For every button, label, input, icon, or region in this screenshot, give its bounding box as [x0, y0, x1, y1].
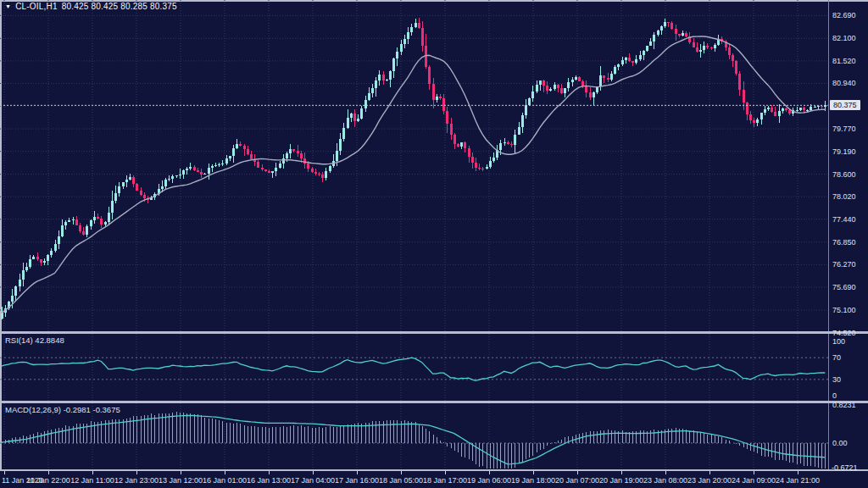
candle-body: [93, 217, 96, 221]
candle-body: [82, 231, 85, 235]
candle-body: [108, 213, 110, 223]
candle-body: [221, 164, 224, 164]
trading-terminal-chart-window: ▼ CL-OIL,H1 80.425 80.425 80.285 80.375 …: [0, 0, 868, 488]
candle-body: [492, 158, 495, 162]
rsi-axis-label: 100: [832, 337, 845, 346]
candle-body: [760, 113, 763, 119]
main-price-pane[interactable]: [0, 0, 868, 331]
candle-body: [114, 193, 117, 201]
candle-body: [250, 154, 253, 159]
candle-body: [378, 75, 381, 80]
candle-body: [593, 92, 595, 97]
candle-body: [782, 108, 784, 110]
candle-body: [499, 143, 502, 150]
candle-body: [47, 255, 49, 261]
candle-body: [268, 171, 270, 173]
candle-body: [728, 47, 731, 56]
candle-body: [521, 115, 524, 126]
rsi-axis-label: 30: [832, 375, 841, 384]
time-axis-label: 11 Jan 22:00: [26, 476, 70, 485]
macd-axis-label: 0.00: [832, 439, 848, 447]
candle-body: [803, 108, 805, 110]
candle-body: [257, 162, 259, 168]
candle-body: [197, 170, 199, 172]
time-axis-label: 16 Jan 13:00: [247, 476, 291, 485]
candle-body: [428, 67, 431, 85]
candle-body: [621, 60, 624, 64]
candle-body: [764, 109, 766, 113]
candle-body: [571, 80, 574, 82]
candle-body: [300, 153, 303, 158]
candle-body: [767, 108, 770, 109]
candle-body: [36, 257, 39, 259]
candle-body: [111, 201, 114, 213]
moving-average-line: [2, 36, 826, 313]
candle-body: [743, 90, 745, 102]
candle-body: [347, 118, 349, 129]
candle-body: [40, 259, 42, 263]
candle-body: [229, 156, 231, 158]
candle-body: [239, 144, 242, 147]
candle-body: [14, 286, 17, 296]
candle-body: [436, 97, 438, 100]
candle-body: [481, 169, 484, 169]
candle-body: [225, 158, 228, 164]
rsi-indicator-pane[interactable]: [0, 334, 868, 401]
time-axis-label: 23 Jan 08:00: [643, 476, 687, 485]
chart-collapse-icon[interactable]: ▼: [5, 3, 11, 9]
current-price-tag: 80.375: [830, 100, 860, 110]
candle-body: [407, 32, 409, 39]
time-axis-label: 20 Jan 07:00: [555, 476, 599, 485]
macd-indicator-pane[interactable]: [0, 403, 868, 469]
candle-body: [696, 47, 698, 53]
candle-body: [161, 186, 164, 189]
time-axis-label: 23 Jan 20:00: [687, 476, 732, 485]
candle-body: [403, 39, 406, 44]
candle-body: [297, 151, 299, 153]
candle-body: [211, 166, 214, 168]
candle-body: [182, 170, 185, 174]
candle-body: [657, 30, 659, 35]
candle-body: [118, 186, 120, 193]
price-axis-label: 80.940: [832, 79, 856, 87]
candle-body: [617, 64, 620, 68]
candle-body: [771, 108, 773, 112]
rsi-line: [2, 358, 826, 380]
ohlc-values: 80.425 80.425 80.285 80.375: [62, 2, 177, 11]
time-axis-label: 17 Jan 04:00: [291, 476, 335, 485]
candle-body: [389, 71, 392, 80]
price-axis-label: 82.690: [832, 11, 856, 19]
candle-body: [86, 226, 88, 235]
time-axis-label: 17 Jan 16:00: [335, 476, 379, 485]
candle-body: [271, 171, 274, 173]
candle-body: [710, 47, 713, 48]
candle-body: [560, 88, 563, 93]
candle-body: [518, 127, 520, 135]
candle-body: [525, 105, 527, 115]
candle-body: [821, 106, 823, 108]
macd-label: MACD(12,26,9) -0.2981 -0.3675: [5, 405, 120, 414]
candle-body: [639, 55, 642, 60]
candle-body: [536, 85, 538, 92]
candle-body: [557, 85, 559, 88]
candlestick-series: [1, 18, 826, 319]
candle-body: [43, 261, 46, 263]
candle-body: [125, 180, 128, 182]
candle-body: [774, 112, 776, 116]
candle-body: [100, 219, 103, 225]
candle-body: [179, 175, 181, 176]
candle-body: [186, 169, 188, 171]
candle-body: [664, 22, 666, 26]
candle-body: [603, 75, 605, 78]
candle-body: [286, 153, 288, 158]
candle-body: [214, 165, 217, 166]
time-axis-label: 19 Jan 06:00: [467, 476, 511, 485]
candle-body: [189, 167, 192, 169]
candle-body: [706, 46, 709, 47]
candle-body: [607, 78, 609, 79]
rsi-axis-label: 70: [832, 353, 841, 362]
candle-body: [350, 114, 353, 117]
candle-body: [746, 103, 748, 114]
price-axis-label: 77.440: [832, 215, 856, 224]
candle-body: [236, 144, 238, 148]
